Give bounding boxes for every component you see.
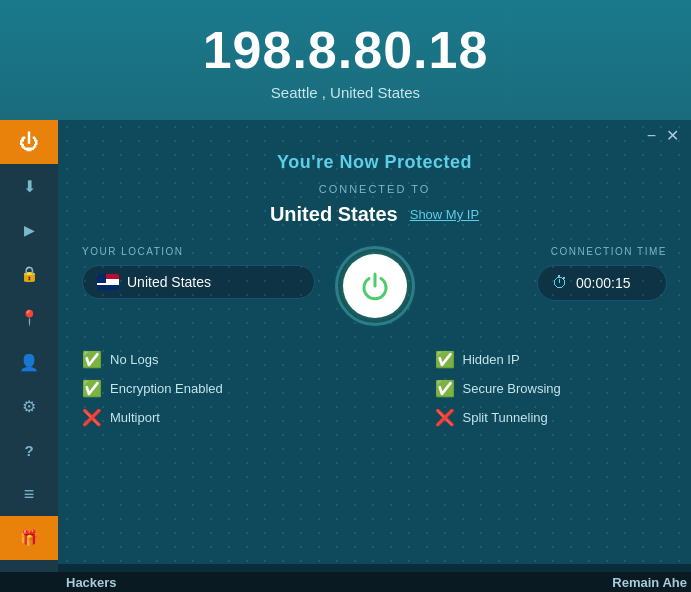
help-icon: ? [24, 442, 33, 459]
feature-split-tunneling: ❌ Split Tunneling [435, 408, 668, 427]
power-button-icon [359, 270, 391, 302]
sidebar-item-news[interactable]: ≡ [0, 472, 58, 516]
play-icon: ▶ [24, 222, 35, 238]
power-button-outer[interactable] [335, 246, 415, 326]
cross-icon-multiport: ❌ [82, 408, 102, 427]
sidebar-item-gift[interactable]: 🎁 [0, 516, 58, 560]
news-icon: ≡ [24, 484, 35, 505]
sidebar-item-download[interactable]: ⬇ [0, 164, 58, 208]
features-right: ✅ Hidden IP ✅ Secure Browsing ❌ Split Tu… [435, 350, 668, 427]
bottom-left-partial: Hackers [0, 575, 117, 590]
secure-browsing-label: Secure Browsing [463, 381, 561, 396]
power-button-area [315, 246, 435, 326]
window-controls: − ✕ [647, 128, 679, 144]
sidebar-item-play[interactable]: ▶ [0, 208, 58, 252]
hidden-ip-label: Hidden IP [463, 352, 520, 367]
sidebar: ⏻ ⬇ ▶ 🔒 📍 👤 ⚙ ? ≡ 🎁 [0, 120, 58, 592]
gift-icon: 🎁 [20, 529, 39, 547]
sidebar-item-power[interactable]: ⏻ [0, 120, 58, 164]
lock-icon: 🔒 [20, 265, 39, 283]
feature-multiport: ❌ Multiport [82, 408, 315, 427]
connection-time-label: CONNECTION TIME [551, 246, 667, 257]
center-spacer [315, 350, 435, 427]
no-logs-label: No Logs [110, 352, 158, 367]
feature-secure-browsing: ✅ Secure Browsing [435, 379, 668, 398]
feature-encryption: ✅ Encryption Enabled [82, 379, 315, 398]
connection-time-block: CONNECTION TIME ⏱ 00:00:15 [435, 246, 668, 301]
sidebar-item-user[interactable]: 👤 [0, 340, 58, 384]
download-icon: ⬇ [23, 177, 36, 196]
cross-icon-split-tunneling: ❌ [435, 408, 455, 427]
feature-hidden-ip: ✅ Hidden IP [435, 350, 668, 369]
location-label: YOUR LOCATION [82, 246, 315, 257]
minimize-button[interactable]: − [647, 128, 656, 144]
connected-to-label: CONNECTED TO [58, 183, 691, 195]
check-icon-no-logs: ✅ [82, 350, 102, 369]
user-icon: 👤 [19, 353, 39, 372]
power-icon: ⏻ [19, 131, 39, 154]
check-icon-secure-browsing: ✅ [435, 379, 455, 398]
clock-icon: ⏱ [552, 274, 568, 292]
features-left: ✅ No Logs ✅ Encryption Enabled ❌ Multipo… [82, 350, 315, 427]
sidebar-item-location[interactable]: 📍 [0, 296, 58, 340]
ip-address: 198.8.80.18 [203, 20, 489, 80]
sidebar-item-settings[interactable]: ⚙ [0, 384, 58, 428]
split-tunneling-label: Split Tunneling [463, 410, 548, 425]
main-container: ⏻ ⬇ ▶ 🔒 📍 👤 ⚙ ? ≡ 🎁 [0, 120, 691, 592]
feature-no-logs: ✅ No Logs [82, 350, 315, 369]
multiport-label: Multiport [110, 410, 160, 425]
sidebar-item-lock[interactable]: 🔒 [0, 252, 58, 296]
location-selector[interactable]: United States [82, 265, 315, 299]
location-block: YOUR LOCATION United States [82, 246, 315, 299]
content-panel: − ✕ You're Now Protected CONNECTED TO Un… [58, 120, 691, 592]
power-button-inner [343, 254, 407, 318]
location-icon: 📍 [20, 309, 39, 327]
encryption-label: Encryption Enabled [110, 381, 223, 396]
connected-country-row: United States Show My IP [58, 203, 691, 226]
gear-icon: ⚙ [22, 397, 36, 416]
protected-title: You're Now Protected [58, 152, 691, 173]
check-icon-encryption: ✅ [82, 379, 102, 398]
header: 198.8.80.18 Seattle , United States [0, 0, 691, 120]
stats-row: YOUR LOCATION United States [58, 230, 691, 326]
timer-value: 00:00:15 [576, 275, 631, 291]
bottom-right-partial: Remain Ahe [612, 575, 691, 590]
connected-country-name: United States [270, 203, 398, 226]
check-icon-hidden-ip: ✅ [435, 350, 455, 369]
header-location: Seattle , United States [271, 84, 420, 101]
close-button[interactable]: ✕ [666, 128, 679, 144]
location-value: United States [127, 274, 211, 290]
timer-display: ⏱ 00:00:15 [537, 265, 667, 301]
show-my-ip-link[interactable]: Show My IP [410, 207, 479, 222]
us-flag [97, 274, 119, 290]
features-row: ✅ No Logs ✅ Encryption Enabled ❌ Multipo… [58, 334, 691, 427]
sidebar-item-help[interactable]: ? [0, 428, 58, 472]
